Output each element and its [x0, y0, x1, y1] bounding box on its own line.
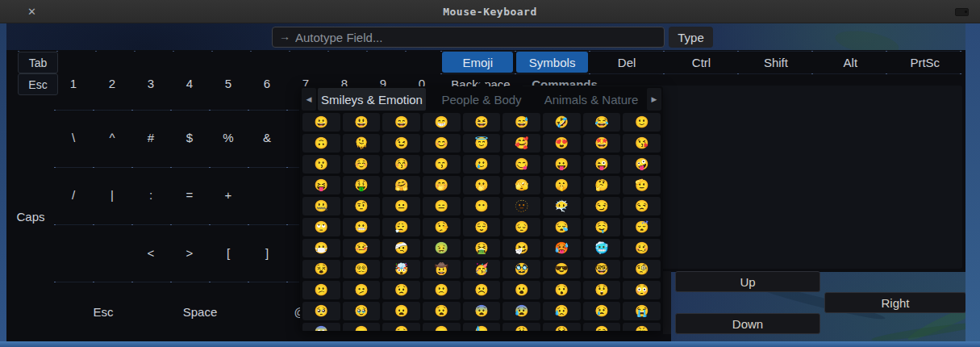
emoji-key[interactable]: 😨 — [463, 302, 501, 320]
emoji-key[interactable]: 🤒 — [343, 239, 381, 257]
down-button[interactable]: Down — [675, 313, 820, 334]
emoji-key[interactable]: 😘 — [623, 134, 661, 153]
emoji-key[interactable]: 😫 — [543, 323, 581, 331]
emoji-key[interactable]: 🥱 — [583, 323, 621, 331]
emoji-key[interactable]: ☹️ — [463, 281, 501, 299]
emoji-key[interactable]: 🤪 — [623, 155, 661, 174]
type-button[interactable]: Type — [669, 27, 713, 48]
emoji-key[interactable]: 😵 — [302, 260, 340, 278]
emoji-key[interactable]: 😄 — [382, 113, 420, 132]
symbol-key[interactable]: + — [209, 184, 248, 207]
emoji-key[interactable]: 😔 — [503, 218, 540, 236]
emoji-key[interactable]: 🤐 — [302, 197, 340, 215]
emoji-key[interactable]: 😖 — [343, 323, 381, 331]
emoji-key[interactable]: 😒 — [623, 197, 661, 215]
emoji-key[interactable]: 🥲 — [463, 155, 501, 174]
action-key[interactable]: Del — [591, 52, 662, 73]
emoji-key[interactable]: 🤩 — [583, 134, 621, 153]
emoji-key[interactable]: 🙁 — [423, 281, 461, 299]
emoji-key[interactable]: 😞 — [423, 323, 461, 331]
symbol-key[interactable]: < — [131, 242, 170, 265]
emoji-key[interactable]: 😲 — [583, 281, 621, 299]
emoji-key[interactable]: 😋 — [503, 155, 540, 174]
emoji-category-tab[interactable]: Animals & Nature — [537, 88, 645, 111]
emoji-key[interactable]: 😆 — [463, 113, 501, 132]
emoji-key[interactable]: 😬 — [343, 218, 381, 236]
emoji-key[interactable]: 😵‍💫 — [343, 260, 381, 278]
emoji-key[interactable]: 😰 — [503, 302, 540, 320]
emoji-key[interactable]: 😴 — [623, 218, 661, 236]
emoji-key[interactable]: 🥹 — [343, 302, 381, 320]
tab-key[interactable]: Tab — [18, 52, 58, 73]
emoji-key[interactable]: 🤯 — [382, 260, 420, 278]
emoji-key[interactable]: 🤭 — [423, 176, 461, 194]
emoji-key[interactable]: 😜 — [583, 155, 621, 174]
emoji-key[interactable]: 😇 — [463, 134, 501, 153]
emoji-key[interactable]: 😢 — [583, 302, 621, 320]
emoji-key[interactable]: 😍 — [543, 134, 581, 153]
emoji-key[interactable]: 🙄 — [302, 218, 340, 236]
emoji-key[interactable]: 🥴 — [623, 239, 661, 257]
emoji-key[interactable]: 🤥 — [423, 218, 461, 236]
close-icon[interactable]: ✕ — [27, 0, 36, 23]
emoji-key[interactable]: 😣 — [382, 323, 420, 331]
emoji-key[interactable]: 😅 — [503, 113, 540, 132]
symbol-key[interactable]: = — [170, 184, 209, 207]
emoji-key[interactable]: 🫤 — [343, 281, 381, 299]
emoji-key[interactable]: 😊 — [423, 134, 461, 153]
emoji-key[interactable]: 😗 — [302, 155, 340, 174]
emoji-key[interactable]: 😳 — [623, 281, 661, 299]
next-category-icon[interactable]: ▶ — [647, 88, 661, 111]
emoji-key[interactable]: 😪 — [543, 218, 581, 236]
space-key[interactable]: Space — [183, 305, 218, 319]
number-key[interactable]: 3 — [131, 73, 170, 94]
emoji-key[interactable]: 🤢 — [423, 239, 461, 257]
emoji-key[interactable]: 🥰 — [503, 134, 540, 153]
emoji-key[interactable]: 😉 — [382, 134, 420, 153]
emoji-key[interactable]: 😐 — [382, 197, 420, 215]
emoji-key[interactable]: 😱 — [302, 323, 340, 331]
symbol-key[interactable]: & — [248, 127, 286, 149]
emoji-key[interactable]: 😃 — [343, 113, 381, 132]
action-key[interactable]: Ctrl — [665, 52, 736, 73]
symbol-key[interactable]: # — [131, 127, 170, 149]
emoji-key[interactable]: 🤑 — [343, 176, 381, 194]
caps-key[interactable]: Caps — [16, 210, 44, 224]
emoji-key[interactable]: 😁 — [423, 113, 461, 132]
emoji-key[interactable]: 🫡 — [623, 176, 661, 194]
emoji-key[interactable]: 🫠 — [343, 134, 381, 153]
emoji-key[interactable]: 😏 — [583, 197, 621, 215]
emoji-key[interactable]: 🤣 — [543, 113, 581, 132]
emoji-key[interactable]: ☺️ — [343, 155, 381, 174]
number-key[interactable]: 6 — [248, 73, 286, 94]
emoji-key[interactable]: 😌 — [463, 218, 501, 236]
emoji-key[interactable]: 😂 — [583, 113, 621, 132]
emoji-key[interactable]: 🤨 — [343, 197, 381, 215]
emoji-key[interactable]: 🫥 — [503, 197, 540, 215]
emoji-key[interactable]: 😛 — [543, 155, 581, 174]
emoji-category-tab[interactable]: People & Body — [427, 88, 536, 111]
emoji-key[interactable]: 🤔 — [583, 176, 621, 194]
emoji-key[interactable]: 😙 — [423, 155, 461, 174]
symbol-key[interactable]: : — [131, 184, 170, 207]
number-key[interactable]: 5 — [209, 73, 248, 94]
emoji-key[interactable]: 😯 — [543, 281, 581, 299]
emoji-key[interactable]: 🥸 — [503, 260, 540, 278]
esc-key-bottom[interactable]: Esc — [93, 305, 113, 319]
symbol-key[interactable]: > — [170, 242, 209, 265]
emoji-key[interactable]: 😶‍🌫️ — [543, 197, 581, 215]
symbol-key[interactable]: $ — [170, 127, 209, 149]
action-key[interactable]: Symbols — [516, 52, 587, 73]
emoji-key[interactable]: 🤮 — [463, 239, 501, 257]
emoji-key[interactable]: 😭 — [623, 302, 661, 320]
emoji-key[interactable]: 🤫 — [543, 176, 581, 194]
emoji-key[interactable]: 😟 — [382, 281, 420, 299]
action-key[interactable]: Alt — [815, 52, 886, 73]
emoji-key[interactable]: 😚 — [382, 155, 420, 174]
emoji-key[interactable]: 😀 — [302, 113, 340, 132]
prev-category-icon[interactable]: ◀ — [302, 88, 316, 111]
emoji-key[interactable]: 😑 — [423, 197, 461, 215]
emoji-key[interactable]: 😥 — [543, 302, 581, 320]
emoji-key[interactable]: 🥺 — [302, 302, 340, 320]
emoji-key[interactable]: 😦 — [382, 302, 420, 320]
